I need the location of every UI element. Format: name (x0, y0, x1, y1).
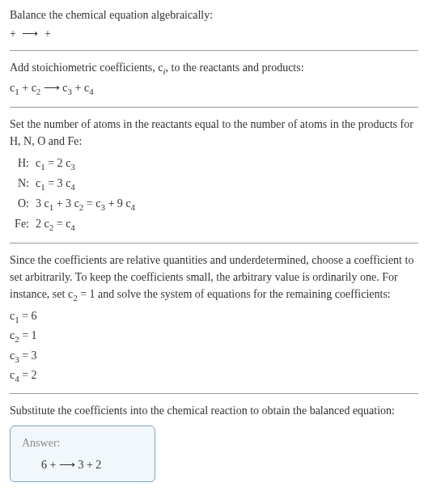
atom-label-o: O: (13, 195, 36, 212)
answer-equation: 6 + ⟶ 3 + 2 (22, 456, 143, 473)
arrow-icon: ⟶ (40, 82, 62, 94)
intro-text: Balance the chemical equation algebraica… (10, 6, 418, 23)
atom-label-h: H: (13, 155, 36, 172)
step3-text: Since the coefficients are relative quan… (10, 252, 418, 304)
reactant-plus: + (10, 28, 19, 40)
atom-eq-fe: 2 c2 = c4 (36, 215, 418, 234)
step3-text-b: = 1 and solve the system of equations fo… (78, 288, 391, 300)
step2-text: Set the number of atoms in the reactants… (10, 116, 418, 150)
step3-section: Since the coefficients are relative quan… (10, 252, 418, 385)
step1-equation: c1 + c2 ⟶ c3 + c4 (10, 79, 418, 98)
t: + 3 (53, 197, 74, 210)
divider (10, 393, 418, 394)
atom-row-h: H: c1 = 2 c3 (13, 155, 418, 173)
t: = 6 (19, 310, 37, 322)
divider (10, 107, 418, 108)
coef-c1: c1 = 6 (10, 307, 418, 326)
atom-eq-o: 3 c1 + 3 c2 = c3 + 9 c4 (36, 195, 418, 214)
answer-label: Answer: (22, 434, 143, 451)
divider (10, 243, 418, 244)
t: 4 (131, 202, 136, 212)
atom-row-o: O: 3 c1 + 3 c2 = c3 + 9 c4 (13, 195, 418, 214)
t: = 3 (45, 177, 66, 189)
atom-eq-n: c1 = 3 c4 (36, 175, 418, 193)
t: = 2 (45, 157, 66, 169)
ci-var: ci (158, 61, 165, 74)
t: = 3 (19, 349, 37, 362)
divider (10, 50, 418, 51)
step1-text-b: , to the reactants and products: (166, 61, 304, 74)
coef-c3: c3 = 3 (10, 347, 418, 366)
atom-label-n: N: (13, 175, 36, 192)
step1-section: Add stoichiometric coefficients, ci, to … (10, 59, 418, 99)
t: = 2 (19, 369, 37, 381)
step2-section: Set the number of atoms in the reactants… (10, 116, 418, 235)
t: + 9 (105, 197, 125, 210)
atom-table: H: c1 = 2 c3 N: c1 = 3 c4 O: 3 c1 + 3 c2… (13, 155, 418, 235)
c4-sub: 4 (89, 87, 94, 96)
t: = (83, 197, 95, 210)
arrow-icon: ⟶ (22, 25, 38, 42)
t: = 1 (19, 329, 37, 341)
product-plus: + (41, 28, 50, 40)
intro-section: Balance the chemical equation algebraica… (10, 6, 418, 42)
atom-eq-h: c1 = 2 c3 (36, 155, 418, 173)
step4-text: Substitute the coefficients into the che… (10, 402, 418, 419)
step1-text: Add stoichiometric coefficients, ci, to … (10, 59, 418, 78)
t: 2 (36, 218, 44, 230)
answer-box: Answer: 6 + ⟶ 3 + 2 (10, 426, 155, 482)
coef-c2: c2 = 1 (10, 327, 418, 345)
t: 3 (36, 197, 44, 210)
step4-section: Substitute the coefficients into the che… (10, 402, 418, 482)
plus1: + (19, 82, 32, 94)
t: 4 (70, 222, 75, 232)
coef-c4: c4 = 2 (10, 366, 418, 385)
t: 3 (70, 161, 75, 171)
plus2: + (72, 82, 84, 94)
t: = (53, 218, 66, 230)
atom-row-fe: Fe: 2 c2 = c4 (13, 215, 418, 234)
step1-text-a: Add stoichiometric coefficients, (10, 61, 158, 74)
atom-label-fe: Fe: (13, 215, 36, 232)
intro-equation: + ⟶ + (10, 25, 418, 42)
t: 4 (70, 182, 75, 192)
atom-row-n: N: c1 = 3 c4 (13, 175, 418, 193)
coefficient-list: c1 = 6 c2 = 1 c3 = 3 c4 = 2 (10, 307, 418, 385)
